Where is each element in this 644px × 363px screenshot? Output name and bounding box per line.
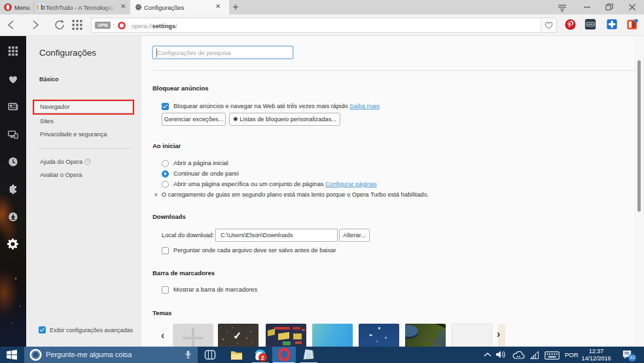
svg-text:?: ?: [86, 159, 89, 164]
svg-text:b: b: [41, 3, 45, 11]
svg-text:t: t: [37, 3, 39, 11]
